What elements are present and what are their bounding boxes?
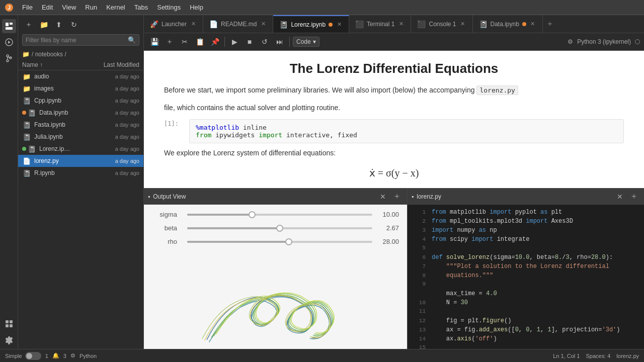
cell-type-select[interactable]: Code ▾ [293,37,319,47]
code-content[interactable]: 1from matplotlib import pyplot as plt 2f… [408,205,644,349]
rho-track[interactable] [187,241,372,243]
rho-thumb[interactable] [285,238,292,245]
lorenz-code-ref: lorenz.py [476,85,518,95]
menu-settings[interactable]: Settings [153,3,185,12]
new-launcher-button[interactable]: ＋ [22,18,35,31]
menu-file[interactable]: File [18,3,37,12]
sigma-thumb[interactable] [249,211,256,218]
list-item[interactable]: 📓 Cpp.ipynb a day ago [18,95,143,107]
new-folder-button[interactable]: 📁 [37,18,50,31]
content-area: 🚀 Launcher ✕ 📄 README.md ✕ 📓 Lorenz.ipyn… [144,15,644,349]
list-item[interactable]: 📄 lorenz.py a day ago [18,155,143,167]
tab-console[interactable]: ⬛ Console 1 ✕ [411,15,472,33]
python-env: Python [79,353,97,359]
code-line: 6def solve_lorenz(sigma=10.0, beta=8./3,… [408,254,644,263]
restart-button[interactable]: ↺ [258,35,271,48]
beta-track[interactable] [187,227,372,229]
tab-label: README.md [221,21,257,28]
code-line: 14 ax.axis('off') [408,335,644,344]
menu-view[interactable]: View [58,3,80,12]
sidebar-git-icon[interactable] [2,51,16,65]
notebook-intro: Before we start, we import some prelimin… [164,84,624,96]
file-modified: a day ago [99,170,139,176]
tab-close-button[interactable]: ✕ [459,21,466,28]
menu-kernel[interactable]: Kernel [102,3,129,12]
code-line: 2from mpl_toolkits.mplot3d import Axes3D [408,218,644,227]
svg-rect-13 [6,324,9,327]
ln-col: Ln 1, Col 1 [553,353,580,359]
paste-button[interactable]: 📌 [208,35,221,48]
add-tab-button[interactable]: ＋ [543,15,557,33]
menu-tabs[interactable]: Tabs [130,3,152,12]
menu-help[interactable]: Help [186,3,207,12]
tab-readme[interactable]: 📄 README.md ✕ [203,15,273,33]
svg-text:J: J [8,5,11,11]
sidebar-settings2-icon[interactable] [2,333,16,347]
save-button[interactable]: 💾 [148,35,161,48]
tab-terminal[interactable]: ⬛ Terminal 1 ✕ [349,15,411,33]
code-add-button[interactable]: ＋ [628,191,640,202]
tab-close-button[interactable]: ✕ [529,21,536,28]
add-cell-button[interactable]: ＋ [163,35,176,48]
tab-launcher[interactable]: 🚀 Launcher ✕ [144,15,203,33]
explore-text: We explore the Lorenz system of differen… [164,147,624,158]
breadcrumb: 📁 / notebooks / [18,49,143,60]
sidebar-files-icon[interactable] [2,19,16,33]
toggle-track[interactable] [25,352,41,360]
notebook-icon: 📓 [22,168,31,177]
list-item[interactable]: 📁 images a day ago [18,82,143,95]
code-close-button[interactable]: ✕ [615,192,625,201]
cut-button[interactable]: ✂ [178,35,191,48]
list-item[interactable]: 📓 Julia.ipynb a day ago [18,131,143,143]
refresh-button[interactable]: ↻ [67,18,80,31]
list-item[interactable]: 📓 Fasta.ipynb a day ago [18,119,143,131]
tab-close-button[interactable]: ✕ [260,21,267,28]
dirty-dot [329,23,333,27]
svg-rect-2 [6,23,9,26]
output-add-button[interactable]: ＋ [391,191,403,202]
file-modified: a day ago [99,134,139,140]
tab-close-button[interactable]: ✕ [336,21,343,28]
col-name-header[interactable]: Name ↑ [22,61,94,68]
tab-close-button[interactable]: ✕ [190,21,197,28]
notebook-intro2: file, which contains the actual solver a… [164,102,624,113]
tab-close-button[interactable]: ✕ [397,21,405,28]
copy-button[interactable]: 📋 [193,35,206,48]
cell-code[interactable]: %matplotlib inline from ipywidgets impor… [189,119,624,143]
run-button[interactable]: ▶ [228,35,241,48]
list-item[interactable]: 📓 Lorenz.ip… a day ago [18,143,143,155]
tab-data[interactable]: 📓 Data.ipynb ✕ [473,15,543,33]
equation: ẋ = σ(y − x) [164,167,624,179]
status-icon-bell: 🔔 [52,352,59,359]
list-item[interactable]: 📁 audio a day ago [18,70,143,82]
code-line: 9 max_time = 4.0 [408,290,644,299]
chart-area [144,257,407,349]
menu-edit[interactable]: Edit [38,3,57,12]
code-line: 10 N = 30 [408,299,644,308]
code-cell: [1]: %matplotlib inline from ipywidgets … [164,119,624,143]
code-line: 11 [408,308,644,317]
chevron-down-icon: ▾ [313,38,316,45]
stop-button[interactable]: ■ [243,35,256,48]
fastforward-button[interactable]: ⏭ [273,35,286,48]
sidebar-running-icon[interactable] [2,35,16,49]
tab-bar: 🚀 Launcher ✕ 📄 README.md ✕ 📓 Lorenz.ipyn… [144,15,644,33]
sidebar-extensions-icon[interactable] [2,317,16,331]
sigma-track[interactable] [187,214,372,216]
file-modified: a day ago [99,110,139,116]
status-bar: Simple 1 🔔 3 ⚙ Python Ln 1, Col 1 Spaces… [0,349,644,362]
file-modified: a day ago [99,73,139,79]
tab-lorenz[interactable]: 📓 Lorenz.ipynb ✕ [273,15,349,33]
search-input[interactable] [26,37,128,44]
list-item[interactable]: 📓 R.ipynb a day ago [18,167,143,179]
icon-sidebar [0,15,18,349]
simple-mode-toggle[interactable]: Simple [5,352,41,360]
output-close-button[interactable]: ✕ [378,192,388,201]
menu-run[interactable]: Run [81,3,101,12]
beta-thumb[interactable] [276,225,283,232]
app-logo: J [4,3,14,13]
svg-rect-4 [6,27,13,30]
upload-button[interactable]: ⬆ [52,18,65,31]
list-item[interactable]: 📓 Data.ipynb a day ago [18,107,143,119]
panel-title: ▪ lorenz.py [412,193,612,200]
